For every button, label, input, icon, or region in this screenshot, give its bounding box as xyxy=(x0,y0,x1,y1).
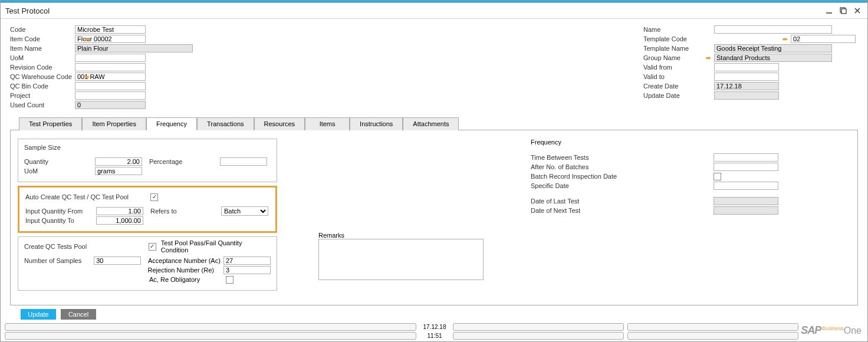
brid-label: Batch Record Inspection Date xyxy=(531,173,631,180)
next-test-label: Date of Next Test xyxy=(531,207,631,214)
auto-create-title: Auto Create QC Test / QC Test Pool xyxy=(25,193,143,200)
cancel-button[interactable]: Cancel xyxy=(61,309,96,320)
tpl-code-input[interactable] xyxy=(791,35,856,43)
statusbar: 17.12.18 11:51 xyxy=(1,321,867,341)
vfrom-label: Valid from xyxy=(643,64,714,71)
project-label: Project xyxy=(10,92,75,99)
remarks-label: Remarks xyxy=(318,232,489,239)
sample-pct-label: Percentage xyxy=(149,158,220,165)
name-label: Name xyxy=(643,26,714,33)
code-input[interactable] xyxy=(75,25,146,34)
link-arrow-icon[interactable]: ➨ xyxy=(782,35,788,43)
pool-cond-label: Test Pool Pass/Fail Quantity Condition xyxy=(161,239,271,254)
next-test-input xyxy=(714,206,778,215)
project-input[interactable] xyxy=(75,91,146,100)
sample-size-panel: Sample Size Quantity Percentage UoM xyxy=(18,139,277,182)
window-title: Test Protocol xyxy=(5,6,50,15)
tab-attachments[interactable]: Attachments xyxy=(403,117,459,130)
tab-items[interactable]: Items xyxy=(305,117,350,130)
link-arrow-icon[interactable]: ➨ xyxy=(84,35,90,43)
name-input[interactable] xyxy=(714,25,832,34)
uom-label: UoM xyxy=(10,54,75,61)
used-input xyxy=(75,101,146,109)
item-code-label: Item Code xyxy=(10,35,75,42)
remarks-textarea[interactable] xyxy=(318,239,484,280)
sample-pct-input[interactable] xyxy=(220,157,267,166)
num-samples-label: Number of Samples xyxy=(24,257,94,264)
minimize-button[interactable] xyxy=(824,5,834,16)
used-label: Used Count xyxy=(10,101,75,108)
sap-logo: SAPBusinessOne xyxy=(801,324,862,337)
tpl-name-label: Template Name xyxy=(643,45,714,52)
input-qty-to-input[interactable] xyxy=(96,216,143,225)
link-arrow-icon[interactable]: ➨ xyxy=(706,54,711,62)
link-arrow-icon[interactable]: ➨ xyxy=(84,73,90,81)
cdate-input xyxy=(714,82,779,90)
ac-number-label: Acceptance Number (Ac) xyxy=(148,257,223,264)
last-test-label: Date of Last Test xyxy=(531,198,631,205)
rev-label: Revision Code xyxy=(10,64,75,71)
anb-label: After No. of Batches xyxy=(531,163,631,170)
auto-create-checkbox[interactable] xyxy=(150,193,158,201)
vto-label: Valid to xyxy=(643,73,714,80)
tab-strip: Test Properties Item Properties Frequenc… xyxy=(10,117,858,130)
uom-input[interactable] xyxy=(75,54,146,62)
update-button[interactable]: Update xyxy=(21,309,56,320)
qc-wh-label: QC Warehouse Code xyxy=(10,73,75,80)
maximize-button[interactable] xyxy=(838,5,849,16)
oblig-checkbox[interactable] xyxy=(226,276,234,284)
input-qty-from-input[interactable] xyxy=(96,207,143,215)
sample-uom-label: UoM xyxy=(24,167,95,175)
cdate-label: Create Date xyxy=(643,83,714,90)
status-time: 11:51 xyxy=(418,333,451,339)
anb-input[interactable] xyxy=(714,163,778,171)
code-label: Code xyxy=(10,26,75,33)
tpl-name-input xyxy=(714,44,832,52)
tpl-code-label: Template Code xyxy=(643,35,714,42)
tab-frequency[interactable]: Frequency xyxy=(146,117,197,130)
group-label: Group Name xyxy=(643,54,714,61)
freq-title: Frequency xyxy=(531,139,778,146)
refers-to-label: Refers to xyxy=(150,208,221,215)
item-name-label: Item Name xyxy=(10,45,75,52)
group-input xyxy=(714,54,832,62)
status-date: 17.12.18 xyxy=(418,324,451,330)
item-name-input xyxy=(75,44,193,52)
refers-to-select[interactable]: Batch xyxy=(221,206,268,216)
tbt-label: Time Between Tests xyxy=(531,154,631,161)
brid-checkbox[interactable] xyxy=(714,173,721,180)
input-qty-from-label: Input Quantity From xyxy=(25,208,96,215)
udate-label: Update Date xyxy=(643,92,714,99)
sample-uom-input[interactable] xyxy=(95,167,142,175)
vto-input[interactable] xyxy=(714,73,779,81)
vfrom-input[interactable] xyxy=(714,63,779,71)
input-qty-to-label: Input Quantity To xyxy=(25,217,96,224)
udate-input xyxy=(714,91,779,100)
tab-item-properties[interactable]: Item Properties xyxy=(82,117,146,130)
oblig-label: Ac, Re Obligatory xyxy=(149,276,226,283)
sd-label: Specific Date xyxy=(531,182,631,189)
rev-input[interactable] xyxy=(75,63,146,71)
create-pool-label: Create QC Tests Pool xyxy=(24,243,142,250)
num-samples-input[interactable] xyxy=(94,256,141,265)
tab-test-properties[interactable]: Test Properties xyxy=(19,117,82,130)
re-number-input[interactable] xyxy=(223,266,271,274)
tbt-input[interactable] xyxy=(714,153,778,162)
ac-number-input[interactable] xyxy=(223,256,271,265)
sample-qty-input[interactable] xyxy=(95,157,142,166)
titlebar: Test Protocol xyxy=(1,3,867,19)
sd-input[interactable] xyxy=(714,182,778,190)
close-button[interactable] xyxy=(852,5,863,16)
auto-create-panel: Auto Create QC Test / QC Test Pool Input… xyxy=(18,186,277,233)
tab-instructions[interactable]: Instructions xyxy=(350,117,403,130)
qc-bin-label: QC Bin Code xyxy=(10,83,75,90)
qc-bin-input[interactable] xyxy=(75,82,146,90)
sample-size-title: Sample Size xyxy=(24,144,271,151)
tab-transactions[interactable]: Transactions xyxy=(197,117,254,130)
tab-resources[interactable]: Resources xyxy=(254,117,305,130)
sample-qty-label: Quantity xyxy=(24,158,95,165)
create-pool-checkbox[interactable] xyxy=(149,243,156,251)
pool-panel: Create QC Tests Pool Test Pool Pass/Fail… xyxy=(18,236,277,291)
svg-rect-2 xyxy=(841,9,846,14)
re-number-label: Rejection Number (Re) xyxy=(148,267,223,274)
